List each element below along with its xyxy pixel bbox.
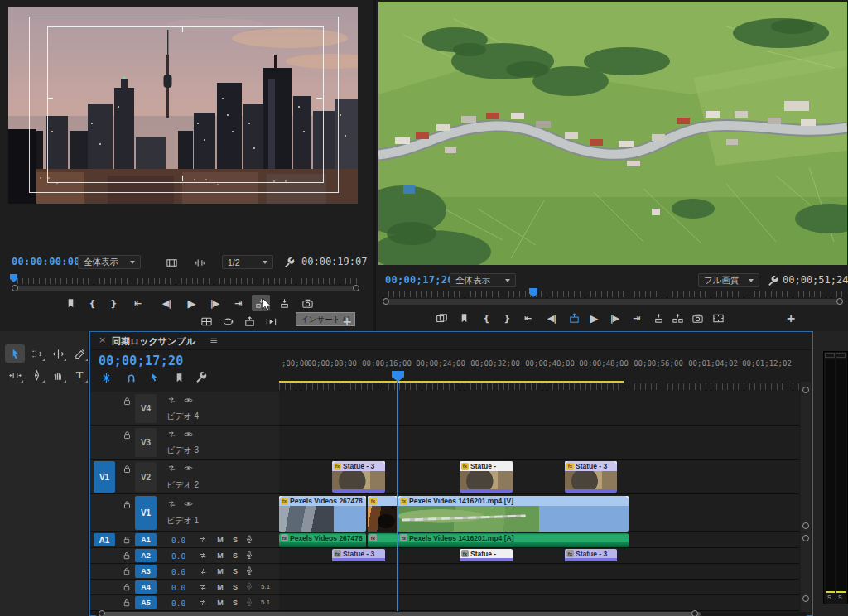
lock-icon[interactable] xyxy=(122,430,132,442)
safe-margins-icon[interactable] xyxy=(709,310,727,325)
program-zoom-scrollbar[interactable] xyxy=(383,299,843,305)
clip-pexels-1416201-video[interactable]: fxPexels Videos 1416201.mp4 [V] xyxy=(398,496,629,532)
voiceover-mic-icon[interactable] xyxy=(244,534,254,546)
program-quality-select[interactable]: フル画質 xyxy=(698,273,759,287)
selection-tool[interactable] xyxy=(5,344,25,363)
goto-in-icon[interactable]: ⇤ xyxy=(518,310,537,325)
clip-pexels-267478-video[interactable]: fxPexels Videos 267478 xyxy=(279,496,366,532)
source-settings-wrench-icon[interactable] xyxy=(280,255,298,270)
voiceover-mic-icon[interactable] xyxy=(244,581,254,593)
lock-icon[interactable] xyxy=(122,464,132,476)
step-forward-icon[interactable]: |▶ xyxy=(205,296,224,310)
source-zoom-handle-left[interactable] xyxy=(12,285,18,291)
add-marker-icon[interactable] xyxy=(455,310,473,325)
clip-statue-a2-1[interactable]: fxStatue - 3 xyxy=(332,549,385,563)
play-button[interactable]: ▶ xyxy=(182,296,200,310)
step-back-icon[interactable]: ◀| xyxy=(157,296,176,310)
timeline-playhead-line[interactable] xyxy=(397,380,398,611)
export-icon[interactable] xyxy=(240,314,258,329)
tab-close-icon[interactable]: × xyxy=(99,334,106,345)
track-target-a1[interactable]: A1 xyxy=(135,533,157,546)
source-patch-video-v1[interactable]: V1 xyxy=(94,461,115,493)
razor-tool[interactable] xyxy=(70,344,89,363)
timeline-zoom-handle-left[interactable] xyxy=(99,610,105,616)
clip-statue-a2-3[interactable]: fxStatue - 3 xyxy=(565,549,617,563)
sync-lock-icon[interactable] xyxy=(166,429,177,441)
linked-selection-icon[interactable] xyxy=(150,372,162,386)
drag-video-only-icon[interactable] xyxy=(162,255,181,270)
sync-lock-icon[interactable] xyxy=(198,598,208,609)
source-zoom-handle-right[interactable] xyxy=(353,285,359,291)
clip-statue-v2-2-selected[interactable]: fxStatue - xyxy=(460,461,513,493)
mute-button[interactable]: M xyxy=(214,565,226,576)
step-forward-icon[interactable]: |▶ xyxy=(605,310,624,325)
track-target-a4[interactable]: A4 xyxy=(135,580,157,594)
track-output-eye-icon[interactable] xyxy=(183,395,194,407)
program-timecode[interactable]: 00;00;17;20 xyxy=(385,274,454,286)
overwrite-button[interactable] xyxy=(275,296,293,310)
solo-button[interactable]: S xyxy=(229,534,241,545)
track-lane-a4[interactable] xyxy=(279,580,799,595)
source-zoom-scrollbar[interactable] xyxy=(12,286,359,291)
source-ruler[interactable] xyxy=(12,278,359,284)
timeline-horizontal-scrollbar[interactable] xyxy=(95,612,807,616)
solo-button[interactable]: S xyxy=(229,565,241,576)
track-target-a5[interactable]: A5 xyxy=(135,596,157,609)
type-tool[interactable]: T xyxy=(70,366,89,384)
track-target-v1[interactable]: V1 xyxy=(135,496,157,530)
solo-button[interactable]: S xyxy=(229,550,241,561)
nest-toggle-icon[interactable] xyxy=(100,372,113,386)
sync-lock-icon[interactable] xyxy=(166,498,177,511)
multicam-view-icon[interactable] xyxy=(197,314,215,329)
export-frame-icon[interactable] xyxy=(298,296,316,310)
timeline-settings-wrench-icon[interactable] xyxy=(195,371,208,386)
slip-tool[interactable] xyxy=(5,366,25,384)
lift-icon[interactable] xyxy=(649,310,667,325)
panel-menu-icon[interactable]: ≡ xyxy=(210,334,218,346)
track-volume[interactable]: 0.0 xyxy=(171,551,186,561)
track-resize-handle[interactable] xyxy=(802,522,809,529)
track-lane-v4[interactable] xyxy=(279,392,799,426)
meter-solo-left[interactable]: S xyxy=(827,594,831,600)
timeline-hscroll-thumb[interactable] xyxy=(100,612,701,616)
mute-button[interactable]: M xyxy=(214,550,226,561)
lock-icon[interactable] xyxy=(122,582,132,594)
track-select-forward-tool[interactable] xyxy=(26,344,46,363)
clip-statue-v2-1[interactable]: fxStatue - 3 xyxy=(332,461,385,493)
track-volume[interactable]: 0.0 xyxy=(171,583,186,592)
timeline-ruler[interactable]: ;00;00 00;00;08;00 00;00;16;00 00;00;24;… xyxy=(279,350,801,390)
program-settings-wrench-icon[interactable] xyxy=(764,273,782,288)
goto-in-icon[interactable]: ⇤ xyxy=(128,296,147,310)
program-ruler[interactable] xyxy=(383,291,843,297)
sync-lock-icon[interactable] xyxy=(166,395,177,407)
clip-short-audio[interactable]: fx xyxy=(368,533,398,547)
track-volume[interactable]: 0.0 xyxy=(171,599,186,608)
solo-button[interactable]: S xyxy=(229,581,241,592)
loop-icon[interactable] xyxy=(219,314,237,329)
track-resize-handle[interactable] xyxy=(802,535,809,541)
clip-statue-v2-3[interactable]: fxStatue - 3 xyxy=(565,461,617,493)
goto-out-icon[interactable]: ⇥ xyxy=(627,310,645,325)
pen-tool[interactable] xyxy=(26,366,46,384)
sync-lock-icon[interactable] xyxy=(198,551,208,562)
clip-pexels-267478-audio[interactable]: fxPexels Videos 267478 xyxy=(279,533,366,547)
track-lane-a5[interactable] xyxy=(279,595,799,611)
voiceover-mic-icon[interactable] xyxy=(244,565,254,577)
mark-out-icon[interactable]: } xyxy=(104,296,123,310)
lock-icon[interactable] xyxy=(122,551,132,562)
source-patch-audio-a1[interactable]: A1 xyxy=(94,533,115,546)
source-fit-select[interactable]: 全体表示 xyxy=(78,255,141,269)
mute-button[interactable]: M xyxy=(214,581,226,592)
track-target-a2[interactable]: A2 xyxy=(135,549,157,562)
track-target-v4[interactable]: V4 xyxy=(135,394,157,423)
sync-lock-icon[interactable] xyxy=(198,582,208,594)
mark-in-icon[interactable]: { xyxy=(477,310,495,325)
track-lane-a3[interactable] xyxy=(279,564,799,580)
clip-pexels-1416201-audio[interactable]: fxPexels Videos 1416201.mp4 [A] xyxy=(398,533,629,547)
button-editor-plus-icon[interactable]: + xyxy=(338,314,356,329)
track-output-eye-icon[interactable] xyxy=(183,463,194,475)
clip-statue-a2-2-selected[interactable]: fxStatue - xyxy=(460,549,513,563)
track-target-v3[interactable]: V3 xyxy=(135,428,157,457)
track-volume[interactable]: 0.0 xyxy=(171,567,186,576)
lock-icon[interactable] xyxy=(122,535,132,546)
